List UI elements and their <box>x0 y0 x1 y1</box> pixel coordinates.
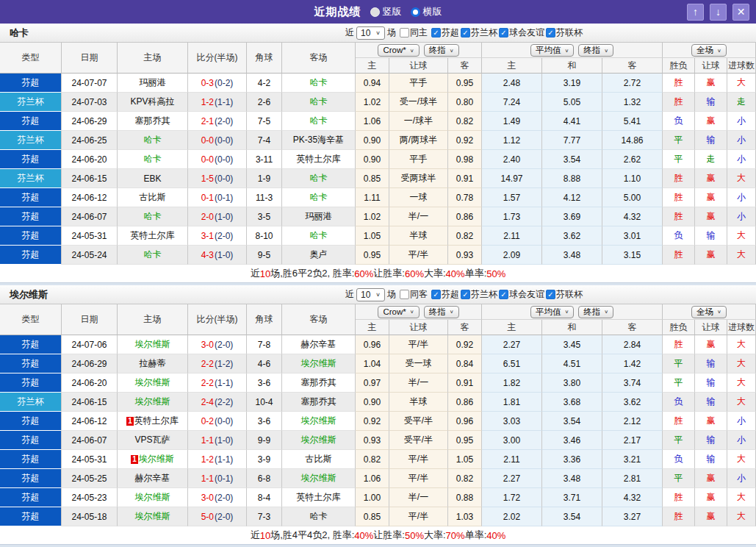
final-odds-select[interactable]: 终指∨ <box>424 306 459 318</box>
radio-selected-icon[interactable] <box>411 7 420 17</box>
bookmaker-select[interactable]: Crow*∨ <box>378 306 419 318</box>
checkbox-checked-icon[interactable]: ✓ <box>461 28 470 37</box>
league-filter-label: 芬联杯 <box>556 288 583 301</box>
handicap-result: 赢 <box>695 246 727 265</box>
bookmaker-select[interactable]: Crow*∨ <box>378 44 419 57</box>
avg-home-odds: 2.27 <box>482 469 542 488</box>
corner-score: 10-4 <box>247 393 282 412</box>
move-down-button[interactable]: ↓ <box>710 4 727 21</box>
final-odds-select-value: 终指 <box>429 45 446 56</box>
final-odds-select-2[interactable]: 终指∨ <box>578 306 613 318</box>
league-filter-label: 球会友谊 <box>509 288 544 301</box>
average-select[interactable]: 平均值∨ <box>530 44 574 57</box>
handicap-line: 半球 <box>389 226 448 246</box>
handicap-result: 赢 <box>695 335 727 354</box>
fulltime-score: 2-2 <box>201 378 214 388</box>
checkbox-checked-icon[interactable]: ✓ <box>461 290 470 299</box>
home-team: VPS瓦萨 <box>118 431 188 450</box>
league-filter[interactable]: ✓芬联杯 <box>546 288 583 301</box>
chevron-down-icon: ∨ <box>410 309 414 314</box>
summary-segment: 场,胜4平4负2, 胜率: <box>270 529 354 542</box>
checkbox-unchecked-icon[interactable] <box>400 290 409 299</box>
halftime-score: (1-2) <box>215 359 233 369</box>
handicap-away-odds: 0.88 <box>448 488 482 507</box>
avg-away-odds: 2.72 <box>602 74 663 93</box>
league-filter[interactable]: ✓球会友谊 <box>499 288 544 301</box>
games-label: 场 <box>387 26 396 39</box>
checkbox-checked-icon[interactable]: ✓ <box>499 290 508 299</box>
league-badge: 芬兰杯 <box>0 169 62 188</box>
match-score: 2-2(1-2) <box>188 354 247 373</box>
average-odds-subheaders: 主 和 客 <box>482 320 663 335</box>
same-venue-filter[interactable]: 同主 <box>400 26 428 39</box>
handicap-result: 赢 <box>695 169 727 188</box>
table-row: 芬超24-05-18埃尔维斯5-0(2-0)7-3哈卡0.85平/半1.032.… <box>0 507 756 526</box>
radio-horizontal-layout[interactable]: 横版 <box>411 5 442 18</box>
same-venue-filter[interactable]: 同客 <box>400 288 428 301</box>
average-select[interactable]: 平均值∨ <box>530 306 574 318</box>
home-team-name: 古比斯 <box>140 191 166 204</box>
league-filter[interactable]: ✓芬兰杯 <box>461 288 497 301</box>
league-filter[interactable]: ✓芬兰杯 <box>461 26 497 39</box>
final-odds-select-2[interactable]: 终指∨ <box>578 44 613 57</box>
summary-segment: 40% <box>486 530 505 541</box>
close-button[interactable]: ✕ <box>732 4 749 21</box>
goals-result: 大 <box>727 226 756 246</box>
match-result: 胜 <box>663 188 695 207</box>
checkbox-checked-icon[interactable]: ✓ <box>546 290 555 299</box>
goals-result: 小 <box>727 431 756 450</box>
checkbox-unchecked-icon[interactable] <box>400 28 409 37</box>
games-label: 场 <box>387 288 396 301</box>
chevron-down-icon: ∨ <box>450 309 454 314</box>
match-score: 1-5(0-0) <box>188 169 247 188</box>
match-date: 24-05-24 <box>62 246 118 265</box>
window-buttons: ↑ ↓ ✕ <box>687 4 756 21</box>
league-filter[interactable]: ✓球会友谊 <box>499 26 544 39</box>
checkbox-checked-icon[interactable]: ✓ <box>431 290 441 299</box>
results-subheaders: 胜负 让球 进球数 <box>663 58 756 74</box>
match-count-select[interactable]: 10 ∨ <box>356 26 385 40</box>
league-filter[interactable]: ✓芬联杯 <box>546 26 583 39</box>
home-team: 拉赫蒂 <box>118 354 188 373</box>
away-team-name: 埃尔维斯 <box>301 434 336 446</box>
handicap-away-odds: 0.91 <box>448 373 482 393</box>
average-odds-subheaders: 主 和 客 <box>482 58 663 74</box>
checkbox-checked-icon[interactable]: ✓ <box>546 28 555 37</box>
match-score: 1-2(1-1) <box>188 93 247 112</box>
match-count-value: 10 <box>361 28 370 38</box>
move-up-button[interactable]: ↑ <box>687 4 704 21</box>
handicap-away-odds: 0.82 <box>448 226 482 246</box>
league-filter[interactable]: ✓芬超 <box>431 288 459 301</box>
away-team: 英特土尔库 <box>282 488 356 507</box>
away-team-name: 英特土尔库 <box>297 153 341 165</box>
fulltime-select[interactable]: 全场∨ <box>691 44 727 57</box>
results-group: 全场∨ 胜负 让球 进球数 <box>663 43 756 74</box>
goals-result: 大 <box>727 507 756 526</box>
summary-segment: 大率: <box>424 529 446 542</box>
team-name: 哈卡 <box>0 26 29 40</box>
handicap-odds-group: Crow*∨ 终指∨ 主 让球 客 <box>356 304 482 335</box>
avg-away-odds: 3.21 <box>602 450 663 469</box>
radio-unselected-icon[interactable] <box>370 7 380 17</box>
checkbox-checked-icon[interactable]: ✓ <box>499 28 508 37</box>
radio-vertical-layout[interactable]: 竖版 <box>370 5 402 18</box>
league-filter-label: 芬超 <box>442 26 459 39</box>
league-filter[interactable]: ✓芬超 <box>431 26 459 39</box>
avg-draw-odds: 3.62 <box>542 226 602 246</box>
avg-home-odds: 2.48 <box>482 74 542 93</box>
handicap-home-odds: 1.04 <box>356 354 389 373</box>
match-score: 0-0(0-0) <box>188 131 247 150</box>
fulltime-score: 0-0 <box>201 154 214 165</box>
match-count-select[interactable]: 10 ∨ <box>356 288 385 301</box>
final-odds-select[interactable]: 终指∨ <box>424 44 459 57</box>
summary-segment: 单率: <box>465 267 487 280</box>
checkbox-checked-icon[interactable]: ✓ <box>431 28 441 37</box>
handicap-line: 一球 <box>389 188 448 207</box>
table-row: 芬超24-06-07VPS瓦萨1-1(1-0)9-9埃尔维斯0.93受平/半0.… <box>0 431 756 450</box>
handicap-odds-subheaders: 主 让球 客 <box>356 58 482 74</box>
col-handicap-line: 让球 <box>389 320 448 335</box>
fulltime-select[interactable]: 全场∨ <box>691 306 727 318</box>
results-selects: 全场∨ <box>663 304 756 320</box>
match-result: 胜 <box>663 74 695 93</box>
avg-draw-odds: 4.12 <box>542 188 602 207</box>
